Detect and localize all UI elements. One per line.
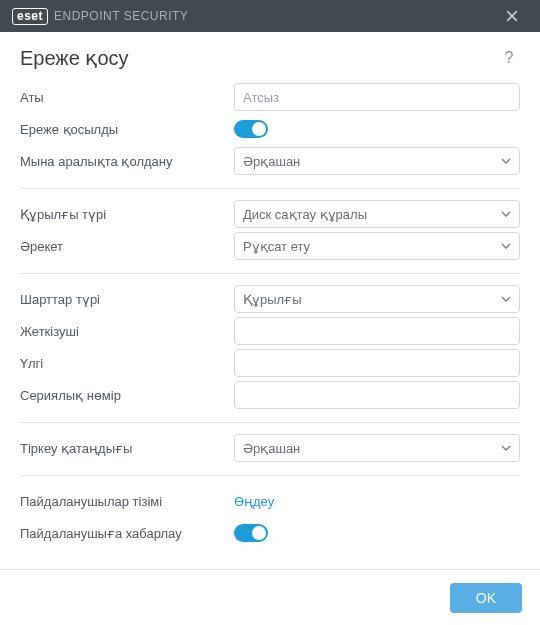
dialog-header: Ереже қосу ?: [0, 32, 540, 80]
brand-logo: eset: [12, 8, 48, 25]
name-label: Аты: [20, 90, 234, 105]
device-type-select[interactable]: Диск сақтау құралы: [234, 200, 520, 228]
action-label: Әрекет: [20, 239, 234, 254]
edit-users-link[interactable]: Өңдеу: [234, 494, 274, 509]
ok-button[interactable]: OK: [450, 583, 522, 613]
help-icon: ?: [505, 49, 514, 67]
rule-enabled-label: Ереже қосылды: [20, 122, 234, 137]
action-value: Рұқсат ету: [243, 239, 310, 254]
brand-product: ENDPOINT SECURITY: [54, 9, 188, 23]
separator: [20, 422, 520, 423]
separator: [20, 188, 520, 189]
device-type-value: Диск сақтау құралы: [243, 207, 367, 222]
chevron-down-icon: [501, 156, 511, 166]
severity-select[interactable]: Әрқашан: [234, 434, 520, 462]
serial-input[interactable]: [234, 381, 520, 409]
chevron-down-icon: [501, 209, 511, 219]
user-list-label: Пайдаланушылар тізімі: [20, 494, 234, 509]
severity-value: Әрқашан: [243, 441, 300, 456]
model-input[interactable]: [234, 349, 520, 377]
device-type-label: Құрылғы түрі: [20, 207, 234, 222]
criteria-type-select[interactable]: Құрылғы: [234, 285, 520, 313]
close-icon: [506, 10, 518, 22]
chevron-down-icon: [501, 294, 511, 304]
separator: [20, 475, 520, 476]
rule-enabled-toggle[interactable]: [234, 120, 268, 138]
model-label: Үлгі: [20, 356, 234, 371]
chevron-down-icon: [501, 241, 511, 251]
notify-user-toggle[interactable]: [234, 524, 268, 542]
notify-user-label: Пайдаланушыға хабарлау: [20, 526, 234, 541]
apply-during-select[interactable]: Әрқашан: [234, 147, 520, 175]
criteria-type-label: Шарттар түрі: [20, 292, 234, 307]
dialog-title: Ереже қосу: [20, 46, 498, 70]
serial-label: Сериялық нөмір: [20, 388, 234, 403]
vendor-label: Жеткізуші: [20, 324, 234, 339]
dialog-footer: OK: [0, 569, 540, 625]
chevron-down-icon: [501, 443, 511, 453]
close-button[interactable]: [496, 0, 528, 32]
separator: [20, 273, 520, 274]
brand: eset ENDPOINT SECURITY: [12, 8, 496, 25]
title-bar: eset ENDPOINT SECURITY: [0, 0, 540, 32]
apply-during-label: Мына аралықта қолдану: [20, 154, 234, 169]
help-button[interactable]: ?: [498, 47, 520, 69]
apply-during-value: Әрқашан: [243, 154, 300, 169]
dialog-body: Аты Ереже қосылды Мына аралықта қолдану …: [0, 82, 540, 548]
vendor-input[interactable]: [234, 317, 520, 345]
action-select[interactable]: Рұқсат ету: [234, 232, 520, 260]
name-input[interactable]: [234, 83, 520, 111]
criteria-type-value: Құрылғы: [243, 292, 302, 307]
severity-label: Тіркеу қатаңдығы: [20, 441, 234, 456]
